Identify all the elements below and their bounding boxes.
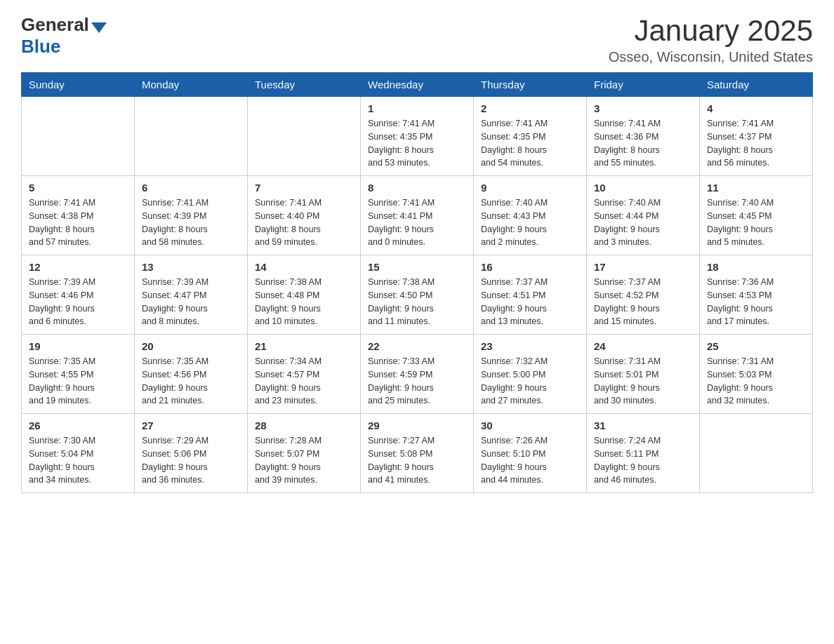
day-number: 28 (255, 420, 353, 431)
day-cell: 1Sunrise: 7:41 AM Sunset: 4:35 PM Daylig… (361, 97, 474, 176)
day-number: 21 (255, 340, 353, 352)
day-cell: 20Sunrise: 7:35 AM Sunset: 4:56 PM Dayli… (135, 335, 248, 414)
day-info: Sunrise: 7:34 AM Sunset: 4:57 PM Dayligh… (255, 355, 353, 408)
day-cell: 31Sunrise: 7:24 AM Sunset: 5:11 PM Dayli… (587, 414, 700, 493)
day-number: 24 (594, 340, 692, 352)
header-cell-thursday: Thursday (474, 73, 587, 97)
logo-blue-text: Blue (21, 36, 60, 57)
day-number: 17 (594, 261, 692, 273)
day-info: Sunrise: 7:31 AM Sunset: 5:01 PM Dayligh… (594, 355, 692, 408)
day-info: Sunrise: 7:33 AM Sunset: 4:59 PM Dayligh… (368, 355, 466, 408)
day-cell: 17Sunrise: 7:37 AM Sunset: 4:52 PM Dayli… (587, 255, 700, 335)
day-info: Sunrise: 7:38 AM Sunset: 4:48 PM Dayligh… (255, 276, 353, 328)
day-info: Sunrise: 7:36 AM Sunset: 4:53 PM Dayligh… (707, 276, 805, 328)
day-cell: 25Sunrise: 7:31 AM Sunset: 5:03 PM Dayli… (700, 335, 813, 414)
calendar-header: SundayMondayTuesdayWednesdayThursdayFrid… (22, 73, 813, 97)
day-info: Sunrise: 7:31 AM Sunset: 5:03 PM Dayligh… (707, 355, 805, 408)
calendar-subtitle: Osseo, Wisconsin, United States (609, 49, 813, 65)
day-cell: 10Sunrise: 7:40 AM Sunset: 4:44 PM Dayli… (587, 176, 700, 255)
day-info: Sunrise: 7:37 AM Sunset: 4:52 PM Dayligh… (594, 276, 692, 328)
day-number: 29 (368, 420, 466, 431)
day-number: 13 (142, 261, 240, 273)
day-number: 6 (142, 182, 240, 194)
day-info: Sunrise: 7:39 AM Sunset: 4:46 PM Dayligh… (29, 276, 127, 328)
day-info: Sunrise: 7:24 AM Sunset: 5:11 PM Dayligh… (594, 434, 692, 487)
day-cell: 5Sunrise: 7:41 AM Sunset: 4:38 PM Daylig… (22, 176, 135, 255)
day-info: Sunrise: 7:28 AM Sunset: 5:07 PM Dayligh… (255, 434, 353, 487)
day-info: Sunrise: 7:29 AM Sunset: 5:06 PM Dayligh… (142, 434, 240, 487)
day-cell (22, 97, 135, 176)
day-number: 12 (29, 261, 127, 273)
day-number: 19 (29, 340, 127, 352)
header-cell-monday: Monday (135, 73, 248, 97)
day-number: 31 (594, 420, 692, 431)
day-number: 22 (368, 340, 466, 352)
day-number: 23 (481, 340, 579, 352)
day-cell: 11Sunrise: 7:40 AM Sunset: 4:45 PM Dayli… (700, 176, 813, 255)
day-number: 9 (481, 182, 579, 194)
day-info: Sunrise: 7:40 AM Sunset: 4:44 PM Dayligh… (594, 196, 692, 249)
day-number: 11 (707, 182, 805, 194)
day-cell: 30Sunrise: 7:26 AM Sunset: 5:10 PM Dayli… (474, 414, 587, 493)
day-cell: 14Sunrise: 7:38 AM Sunset: 4:48 PM Dayli… (248, 255, 361, 335)
day-number: 2 (481, 102, 579, 114)
header-cell-tuesday: Tuesday (248, 73, 361, 97)
day-number: 26 (29, 420, 127, 431)
week-row-3: 12Sunrise: 7:39 AM Sunset: 4:46 PM Dayli… (22, 255, 813, 335)
day-cell: 7Sunrise: 7:41 AM Sunset: 4:40 PM Daylig… (248, 176, 361, 255)
day-info: Sunrise: 7:40 AM Sunset: 4:45 PM Dayligh… (707, 196, 805, 249)
day-number: 18 (707, 261, 805, 273)
day-number: 10 (594, 182, 692, 194)
week-row-2: 5Sunrise: 7:41 AM Sunset: 4:38 PM Daylig… (22, 176, 813, 255)
day-cell: 22Sunrise: 7:33 AM Sunset: 4:59 PM Dayli… (361, 335, 474, 414)
day-number: 20 (142, 340, 240, 352)
week-row-5: 26Sunrise: 7:30 AM Sunset: 5:04 PM Dayli… (22, 414, 813, 493)
day-number: 25 (707, 340, 805, 352)
day-cell: 3Sunrise: 7:41 AM Sunset: 4:36 PM Daylig… (587, 97, 700, 176)
day-cell: 27Sunrise: 7:29 AM Sunset: 5:06 PM Dayli… (135, 414, 248, 493)
day-cell (248, 97, 361, 176)
calendar-table: SundayMondayTuesdayWednesdayThursdayFrid… (21, 72, 813, 493)
day-number: 1 (368, 102, 466, 114)
day-cell: 18Sunrise: 7:36 AM Sunset: 4:53 PM Dayli… (700, 255, 813, 335)
header: General Blue January 2025 Osseo, Wiscons… (21, 14, 813, 65)
day-info: Sunrise: 7:32 AM Sunset: 5:00 PM Dayligh… (481, 355, 579, 408)
header-cell-sunday: Sunday (22, 73, 135, 97)
day-cell: 16Sunrise: 7:37 AM Sunset: 4:51 PM Dayli… (474, 255, 587, 335)
day-number: 4 (707, 102, 805, 114)
day-info: Sunrise: 7:41 AM Sunset: 4:37 PM Dayligh… (707, 117, 805, 170)
day-cell: 12Sunrise: 7:39 AM Sunset: 4:46 PM Dayli… (22, 255, 135, 335)
day-cell: 4Sunrise: 7:41 AM Sunset: 4:37 PM Daylig… (700, 97, 813, 176)
day-cell (700, 414, 813, 493)
day-info: Sunrise: 7:41 AM Sunset: 4:39 PM Dayligh… (142, 196, 240, 249)
logo-general-text: General (21, 14, 89, 36)
day-cell: 23Sunrise: 7:32 AM Sunset: 5:00 PM Dayli… (474, 335, 587, 414)
day-cell: 6Sunrise: 7:41 AM Sunset: 4:39 PM Daylig… (135, 176, 248, 255)
day-number: 5 (29, 182, 127, 194)
title-area: January 2025 Osseo, Wisconsin, United St… (609, 14, 813, 65)
day-cell: 13Sunrise: 7:39 AM Sunset: 4:47 PM Dayli… (135, 255, 248, 335)
day-info: Sunrise: 7:37 AM Sunset: 4:51 PM Dayligh… (481, 276, 579, 328)
day-cell: 9Sunrise: 7:40 AM Sunset: 4:43 PM Daylig… (474, 176, 587, 255)
day-cell: 28Sunrise: 7:28 AM Sunset: 5:07 PM Dayli… (248, 414, 361, 493)
day-number: 30 (481, 420, 579, 431)
day-info: Sunrise: 7:38 AM Sunset: 4:50 PM Dayligh… (368, 276, 466, 328)
day-info: Sunrise: 7:39 AM Sunset: 4:47 PM Dayligh… (142, 276, 240, 328)
logo-triangle-icon (91, 22, 107, 33)
day-number: 14 (255, 261, 353, 273)
day-cell: 29Sunrise: 7:27 AM Sunset: 5:08 PM Dayli… (361, 414, 474, 493)
day-cell: 15Sunrise: 7:38 AM Sunset: 4:50 PM Dayli… (361, 255, 474, 335)
day-info: Sunrise: 7:41 AM Sunset: 4:36 PM Dayligh… (594, 117, 692, 170)
day-number: 8 (368, 182, 466, 194)
header-row: SundayMondayTuesdayWednesdayThursdayFrid… (22, 73, 813, 97)
calendar-title: January 2025 (609, 14, 813, 48)
day-info: Sunrise: 7:41 AM Sunset: 4:35 PM Dayligh… (368, 117, 466, 170)
day-number: 15 (368, 261, 466, 273)
day-cell: 24Sunrise: 7:31 AM Sunset: 5:01 PM Dayli… (587, 335, 700, 414)
logo: General Blue (21, 14, 107, 58)
day-info: Sunrise: 7:41 AM Sunset: 4:41 PM Dayligh… (368, 196, 466, 249)
week-row-4: 19Sunrise: 7:35 AM Sunset: 4:55 PM Dayli… (22, 335, 813, 414)
day-cell: 21Sunrise: 7:34 AM Sunset: 4:57 PM Dayli… (248, 335, 361, 414)
day-info: Sunrise: 7:26 AM Sunset: 5:10 PM Dayligh… (481, 434, 579, 487)
day-info: Sunrise: 7:41 AM Sunset: 4:38 PM Dayligh… (29, 196, 127, 249)
